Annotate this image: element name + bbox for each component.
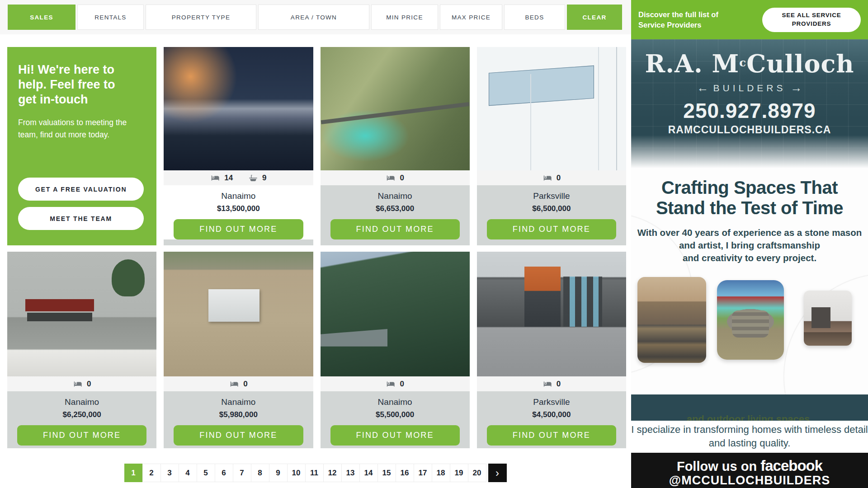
filter-sales[interactable]: SALES [8,5,75,30]
bath-stat: 9 [248,173,266,183]
see-all-service-providers-button[interactable]: SEE ALL SERVICE PROVIDERS [762,8,861,32]
listing-price: $5,980,000 [219,410,258,419]
listing-price: $4,500,000 [532,410,571,419]
page-13[interactable]: 13 [341,464,360,482]
listing-card: 0 Nanaimo $6,653,000 FIND OUT MORE [321,47,470,245]
page-2[interactable]: 2 [142,464,161,482]
find-out-more-button[interactable]: FIND OUT MORE [174,425,303,446]
page-6[interactable]: 6 [215,464,233,482]
page: SALESRENTALSPROPERTY TYPEAREA / TOWNMIN … [0,0,868,488]
filter-min-price[interactable]: MIN PRICE [371,5,438,30]
filter-beds[interactable]: BEDS [504,5,565,30]
listing-stats: 0 [321,170,470,185]
page-20[interactable]: 20 [468,464,486,482]
page-19[interactable]: 19 [450,464,468,482]
page-4[interactable]: 4 [179,464,197,482]
facebook-logo: facebook [760,457,822,474]
page-10[interactable]: 10 [287,464,306,482]
bed-stat: 14 [210,173,233,183]
find-out-more-button[interactable]: FIND OUT MORE [487,425,616,446]
page-18[interactable]: 18 [432,464,450,482]
page-5[interactable]: 5 [197,464,215,482]
builder-ad-photos [631,272,868,366]
listing-info: Nanaimo $6,250,000 FIND OUT MORE [7,391,156,448]
listing-photo-modern-mixed-use-building-street[interactable] [477,252,626,376]
page-14[interactable]: 14 [359,464,378,482]
bed-count: 0 [87,380,91,389]
help-panel: Hi! We're here to help. Feel free to get… [7,47,156,245]
ad-photo-deck [637,277,706,363]
listing-city: Parksville [533,397,570,407]
builder-ad-headline: Crafting Spaces That Stand the Test of T… [631,178,868,218]
page-7[interactable]: 7 [233,464,251,482]
listing-card: 0 Parksville $6,500,000 FIND OUT MORE [477,47,626,245]
page-16[interactable]: 16 [396,464,414,482]
listing-city: Nanaimo [65,397,99,407]
page-9[interactable]: 9 [269,464,288,482]
bath-icon [248,173,258,183]
listing-photo-aerial-warehouse-gravel-lot[interactable] [164,252,313,376]
get-free-valuation-button[interactable]: GET A FREE VALUATION [18,178,144,201]
facebook-handle: @MCCULLOCHBUILDERS [631,474,868,488]
pagination: 1234567891011121314151617181920› [0,464,631,482]
help-heading: Hi! We're here to help. Feel free to get… [18,62,144,108]
page-15[interactable]: 15 [377,464,396,482]
bed-icon [386,379,396,389]
builder-brand-logo: R.A. McCulloch [631,49,868,78]
filter-area-town[interactable]: AREA / TOWN [258,5,369,30]
builder-phone: 250.927.8979 [631,99,868,123]
pagination-next-button[interactable]: › [488,464,507,482]
page-11[interactable]: 11 [305,464,324,482]
builder-ad-tagline: I specialize in transforming homes with … [631,423,868,450]
page-17[interactable]: 17 [414,464,432,482]
bed-icon [73,379,83,389]
builder-ad-body: With over 40 years of experience as a st… [637,226,863,264]
filter-bar: SALESRENTALSPROPERTY TYPEAREA / TOWNMIN … [0,0,631,34]
bed-icon [210,173,220,183]
service-providers-sidebar: Discover the full list of Service Provid… [631,0,868,488]
listing-info: Parksville $6,500,000 FIND OUT MORE [477,185,626,245]
bed-count: 0 [557,380,561,389]
page-8[interactable]: 8 [251,464,269,482]
listing-card: 0 Parksville $4,500,000 FIND OUT MORE [477,252,626,448]
builder-ad-dark-band: and outdoor living spaces, [631,394,868,421]
filter-property-type[interactable]: PROPERTY TYPE [146,5,256,30]
listing-price: $6,250,000 [63,410,101,419]
listing-info: Nanaimo $5,500,000 FIND OUT MORE [321,391,470,448]
builder-ad-logo-section[interactable]: R.A. McCulloch ← BUILDERS → 250.927.8979… [631,39,868,171]
bed-icon [229,379,239,389]
find-out-more-button[interactable]: FIND OUT MORE [487,219,616,239]
filter-rentals[interactable]: RENTALS [77,5,144,30]
listing-city: Nanaimo [378,397,412,407]
filter-max-price[interactable]: MAX PRICE [440,5,502,30]
find-out-more-button[interactable]: FIND OUT MORE [330,425,460,446]
find-out-more-button[interactable]: FIND OUT MORE [17,425,146,446]
listing-city: Nanaimo [221,191,255,201]
find-out-more-button[interactable]: FIND OUT MORE [174,219,303,239]
page-3[interactable]: 3 [160,464,179,482]
bed-count: 14 [224,174,233,183]
service-providers-text: Discover the full list of Service Provid… [638,9,718,30]
find-out-more-button[interactable]: FIND OUT MORE [330,219,460,239]
listing-card: 0 Nanaimo $5,980,000 FIND OUT MORE [164,252,313,448]
listing-photo-survey-plan-drawing[interactable] [477,47,626,170]
listing-photo-snowy-estate-aerial-at-dusk[interactable] [164,47,313,170]
listing-photo-aerial-forest-hillside-homes[interactable] [321,252,470,376]
meet-the-team-button[interactable]: MEET THE TEAM [18,207,144,230]
listing-stats: 0 [164,376,313,391]
builder-website[interactable]: RAMCCULLOCHBUILDERS.CA [631,124,868,136]
bath-count: 9 [262,174,266,183]
listing-photo-commercial-building-red-awning[interactable] [7,252,156,376]
filter-clear[interactable]: CLEAR [567,5,622,30]
facebook-footer[interactable]: Follow us on facebook @MCCULLOCHBUILDERS [631,453,868,488]
page-12[interactable]: 12 [323,464,342,482]
bed-stat: 0 [386,173,404,183]
listing-photo-aerial-map-teal-parcel-outline[interactable] [321,47,470,170]
page-1[interactable]: 1 [124,464,143,482]
listing-price: $5,500,000 [376,410,414,419]
service-providers-header: Discover the full list of Service Provid… [631,0,868,39]
listing-card: 0 Nanaimo $6,250,000 FIND OUT MORE [7,252,156,448]
bed-stat: 0 [542,379,561,389]
right-arrow-icon: → [791,81,802,95]
ad-photo-interior [804,291,852,346]
